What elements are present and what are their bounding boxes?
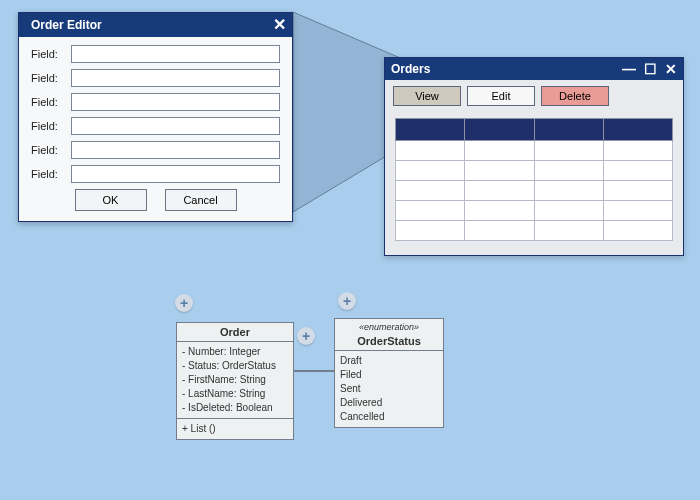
grid-cell	[396, 221, 465, 241]
close-icon[interactable]: ✕	[665, 62, 677, 76]
grid-cell	[534, 141, 603, 161]
field-label: Field:	[31, 144, 71, 156]
uml-stereotype: «enumeration»	[335, 319, 443, 332]
field-label: Field:	[31, 120, 71, 132]
field-input[interactable]	[71, 117, 280, 135]
uml-literal: Filed	[340, 368, 438, 382]
uml-enum-name: OrderStatus	[335, 332, 443, 351]
grid-header-cell	[603, 119, 672, 141]
close-icon[interactable]: ✕	[273, 17, 286, 33]
grid-cell	[603, 201, 672, 221]
orders-toolbar: View Edit Delete	[385, 80, 683, 112]
uml-operations: + List ()	[177, 419, 293, 439]
orders-grid[interactable]	[395, 118, 673, 241]
field-row: Field:	[31, 69, 280, 87]
grid-cell	[534, 201, 603, 221]
field-label: Field:	[31, 72, 71, 84]
table-row[interactable]	[396, 221, 673, 241]
grid-cell	[534, 221, 603, 241]
uml-literal: Delivered	[340, 396, 438, 410]
uml-enum-orderstatus[interactable]: «enumeration» OrderStatus DraftFiledSent…	[334, 318, 444, 428]
field-input[interactable]	[71, 69, 280, 87]
grid-cell	[603, 141, 672, 161]
grid-cell	[396, 141, 465, 161]
grid-cell	[465, 161, 534, 181]
grid-header-cell	[396, 119, 465, 141]
uml-literal: Cancelled	[340, 410, 438, 424]
orders-title-text: Orders	[391, 62, 430, 76]
edit-button[interactable]: Edit	[467, 86, 535, 106]
table-row[interactable]	[396, 141, 673, 161]
editor-title-text: Order Editor	[25, 18, 102, 32]
uml-attribute: - IsDeleted: Boolean	[182, 401, 288, 415]
uml-class-name: Order	[177, 323, 293, 342]
grid-header-cell	[465, 119, 534, 141]
field-row: Field:	[31, 165, 280, 183]
grid-cell	[534, 161, 603, 181]
field-input[interactable]	[71, 93, 280, 111]
field-input[interactable]	[71, 45, 280, 63]
uml-attribute: - LastName: String	[182, 387, 288, 401]
field-label: Field:	[31, 96, 71, 108]
grid-cell	[603, 161, 672, 181]
window-controls: — ☐ ✕	[622, 62, 677, 76]
uml-attribute: - Status: OrderStatus	[182, 359, 288, 373]
cancel-button[interactable]: Cancel	[165, 189, 237, 211]
order-editor-dialog: Order Editor ✕ Field:Field:Field:Field:F…	[18, 12, 293, 222]
grid-cell	[603, 181, 672, 201]
orders-window: Orders — ☐ ✕ View Edit Delete	[384, 57, 684, 256]
uml-literals: DraftFiledSentDeliveredCancelled	[335, 351, 443, 427]
uml-class-order[interactable]: Order - Number: Integer- Status: OrderSt…	[176, 322, 294, 440]
grid-cell	[603, 221, 672, 241]
field-row: Field:	[31, 45, 280, 63]
uml-attributes: - Number: Integer- Status: OrderStatus- …	[177, 342, 293, 419]
view-button[interactable]: View	[393, 86, 461, 106]
orders-grid-container	[385, 112, 683, 255]
add-icon[interactable]: +	[297, 327, 315, 345]
field-input[interactable]	[71, 141, 280, 159]
grid-cell	[465, 201, 534, 221]
uml-literal: Draft	[340, 354, 438, 368]
add-icon[interactable]: +	[338, 292, 356, 310]
uml-literal: Sent	[340, 382, 438, 396]
maximize-icon[interactable]: ☐	[644, 62, 657, 76]
grid-cell	[534, 181, 603, 201]
grid-header-cell	[534, 119, 603, 141]
ok-button[interactable]: OK	[75, 189, 147, 211]
grid-cell	[396, 161, 465, 181]
editor-titlebar: Order Editor ✕	[19, 13, 292, 37]
field-row: Field:	[31, 117, 280, 135]
table-row[interactable]	[396, 201, 673, 221]
table-row[interactable]	[396, 161, 673, 181]
uml-attribute: - Number: Integer	[182, 345, 288, 359]
grid-cell	[396, 201, 465, 221]
uml-attribute: - FirstName: String	[182, 373, 288, 387]
field-row: Field:	[31, 141, 280, 159]
orders-titlebar: Orders — ☐ ✕	[385, 58, 683, 80]
table-row[interactable]	[396, 181, 673, 201]
minimize-icon[interactable]: —	[622, 62, 636, 76]
field-label: Field:	[31, 48, 71, 60]
grid-cell	[465, 221, 534, 241]
add-icon[interactable]: +	[175, 294, 193, 312]
editor-body: Field:Field:Field:Field:Field:Field: OK …	[19, 37, 292, 221]
uml-operation: + List ()	[182, 422, 288, 436]
grid-cell	[396, 181, 465, 201]
delete-button[interactable]: Delete	[541, 86, 609, 106]
grid-cell	[465, 141, 534, 161]
field-row: Field:	[31, 93, 280, 111]
grid-cell	[465, 181, 534, 201]
field-label: Field:	[31, 168, 71, 180]
field-input[interactable]	[71, 165, 280, 183]
uml-association	[294, 370, 334, 372]
